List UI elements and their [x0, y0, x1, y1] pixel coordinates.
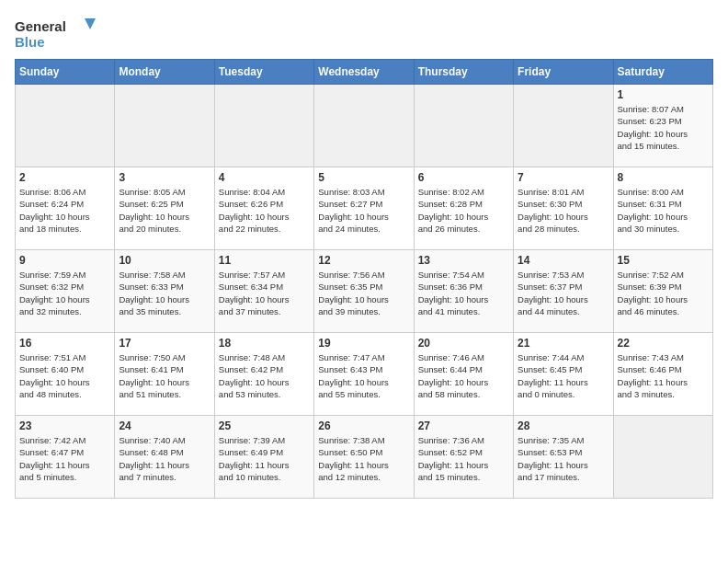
calendar-cell: 26Sunrise: 7:38 AM Sunset: 6:50 PM Dayli…: [314, 416, 414, 499]
day-header-thursday: Thursday: [414, 60, 513, 85]
calendar-cell: 12Sunrise: 7:56 AM Sunset: 6:35 PM Dayli…: [314, 250, 414, 333]
day-info: Sunrise: 7:36 AM Sunset: 6:52 PM Dayligh…: [418, 434, 509, 483]
day-number: 1: [618, 88, 709, 101]
day-header-saturday: Saturday: [613, 60, 712, 85]
day-info: Sunrise: 7:52 AM Sunset: 6:39 PM Dayligh…: [618, 269, 709, 317]
day-number: 14: [518, 254, 609, 267]
day-number: 15: [618, 254, 709, 267]
day-number: 7: [518, 171, 609, 184]
day-number: 24: [119, 419, 210, 432]
day-info: Sunrise: 7:59 AM Sunset: 6:32 PM Dayligh…: [19, 269, 110, 317]
logo: General Blue: [15, 15, 97, 52]
day-info: Sunrise: 7:54 AM Sunset: 6:36 PM Dayligh…: [418, 269, 509, 317]
day-info: Sunrise: 7:56 AM Sunset: 6:35 PM Dayligh…: [318, 269, 409, 317]
calendar-cell: 21Sunrise: 7:44 AM Sunset: 6:45 PM Dayli…: [514, 333, 613, 416]
day-info: Sunrise: 7:35 AM Sunset: 6:53 PM Dayligh…: [518, 434, 609, 483]
day-number: 18: [219, 337, 310, 350]
day-number: 9: [19, 254, 110, 267]
day-info: Sunrise: 7:50 AM Sunset: 6:41 PM Dayligh…: [119, 351, 210, 400]
calendar-week-row: 2Sunrise: 8:06 AM Sunset: 6:24 PM Daylig…: [16, 167, 713, 250]
day-info: Sunrise: 7:51 AM Sunset: 6:40 PM Dayligh…: [19, 351, 110, 400]
day-number: 13: [418, 254, 509, 267]
day-info: Sunrise: 7:43 AM Sunset: 6:46 PM Dayligh…: [618, 351, 709, 400]
calendar-cell: 27Sunrise: 7:36 AM Sunset: 6:52 PM Dayli…: [414, 416, 513, 499]
svg-marker-1: [85, 18, 96, 29]
calendar-week-row: 23Sunrise: 7:42 AM Sunset: 6:47 PM Dayli…: [16, 416, 713, 499]
day-number: 2: [19, 171, 110, 184]
day-info: Sunrise: 7:39 AM Sunset: 6:49 PM Dayligh…: [219, 434, 310, 483]
day-number: 22: [618, 337, 709, 350]
day-info: Sunrise: 8:01 AM Sunset: 6:30 PM Dayligh…: [518, 186, 609, 235]
day-info: Sunrise: 7:57 AM Sunset: 6:34 PM Dayligh…: [219, 269, 310, 317]
day-info: Sunrise: 7:44 AM Sunset: 6:45 PM Dayligh…: [518, 351, 609, 400]
day-header-sunday: Sunday: [16, 60, 115, 85]
day-header-friday: Friday: [514, 60, 613, 85]
day-number: 12: [318, 254, 409, 267]
calendar-cell: [414, 85, 513, 167]
day-info: Sunrise: 7:58 AM Sunset: 6:33 PM Dayligh…: [119, 269, 210, 317]
day-info: Sunrise: 8:00 AM Sunset: 6:31 PM Dayligh…: [618, 186, 709, 235]
calendar-cell: 7Sunrise: 8:01 AM Sunset: 6:30 PM Daylig…: [514, 167, 613, 250]
day-info: Sunrise: 7:53 AM Sunset: 6:37 PM Dayligh…: [518, 269, 609, 317]
calendar-cell: [514, 85, 613, 167]
calendar-table: SundayMondayTuesdayWednesdayThursdayFrid…: [15, 59, 713, 499]
calendar-cell: 17Sunrise: 7:50 AM Sunset: 6:41 PM Dayli…: [115, 333, 214, 416]
page-header: General Blue: [15, 15, 713, 52]
calendar-cell: 8Sunrise: 8:00 AM Sunset: 6:31 PM Daylig…: [613, 167, 712, 250]
day-info: Sunrise: 8:07 AM Sunset: 6:23 PM Dayligh…: [618, 103, 709, 152]
day-number: 23: [19, 419, 110, 432]
calendar-cell: 20Sunrise: 7:46 AM Sunset: 6:44 PM Dayli…: [414, 333, 513, 416]
day-header-tuesday: Tuesday: [214, 60, 313, 85]
day-info: Sunrise: 8:04 AM Sunset: 6:26 PM Dayligh…: [219, 186, 310, 235]
day-number: 28: [518, 419, 609, 432]
day-header-monday: Monday: [115, 60, 214, 85]
calendar-cell: 14Sunrise: 7:53 AM Sunset: 6:37 PM Dayli…: [514, 250, 613, 333]
calendar-cell: [16, 85, 115, 167]
day-header-wednesday: Wednesday: [314, 60, 414, 85]
day-number: 4: [219, 171, 310, 184]
day-number: 8: [618, 171, 709, 184]
calendar-cell: 11Sunrise: 7:57 AM Sunset: 6:34 PM Dayli…: [214, 250, 313, 333]
logo-svg: General Blue: [15, 15, 97, 52]
day-number: 21: [518, 337, 609, 350]
day-info: Sunrise: 8:03 AM Sunset: 6:27 PM Dayligh…: [318, 186, 409, 235]
day-number: 20: [418, 337, 509, 350]
calendar-cell: 22Sunrise: 7:43 AM Sunset: 6:46 PM Dayli…: [613, 333, 712, 416]
calendar-cell: 28Sunrise: 7:35 AM Sunset: 6:53 PM Dayli…: [514, 416, 613, 499]
calendar-cell: 10Sunrise: 7:58 AM Sunset: 6:33 PM Dayli…: [115, 250, 214, 333]
day-info: Sunrise: 7:48 AM Sunset: 6:42 PM Dayligh…: [219, 351, 310, 400]
day-number: 16: [19, 337, 110, 350]
calendar-cell: 24Sunrise: 7:40 AM Sunset: 6:48 PM Dayli…: [115, 416, 214, 499]
day-info: Sunrise: 7:46 AM Sunset: 6:44 PM Dayligh…: [418, 351, 509, 400]
calendar-cell: 5Sunrise: 8:03 AM Sunset: 6:27 PM Daylig…: [314, 167, 414, 250]
day-info: Sunrise: 8:06 AM Sunset: 6:24 PM Dayligh…: [19, 186, 110, 235]
calendar-cell: [214, 85, 313, 167]
calendar-cell: 15Sunrise: 7:52 AM Sunset: 6:39 PM Dayli…: [613, 250, 712, 333]
calendar-cell: 23Sunrise: 7:42 AM Sunset: 6:47 PM Dayli…: [16, 416, 115, 499]
day-info: Sunrise: 7:42 AM Sunset: 6:47 PM Dayligh…: [19, 434, 110, 483]
day-number: 3: [119, 171, 210, 184]
calendar-cell: 18Sunrise: 7:48 AM Sunset: 6:42 PM Dayli…: [214, 333, 313, 416]
calendar-cell: 1Sunrise: 8:07 AM Sunset: 6:23 PM Daylig…: [613, 85, 712, 167]
day-number: 27: [418, 419, 509, 432]
calendar-week-row: 1Sunrise: 8:07 AM Sunset: 6:23 PM Daylig…: [16, 85, 713, 167]
day-number: 6: [418, 171, 509, 184]
day-info: Sunrise: 7:38 AM Sunset: 6:50 PM Dayligh…: [318, 434, 409, 483]
calendar-cell: [115, 85, 214, 167]
calendar-week-row: 16Sunrise: 7:51 AM Sunset: 6:40 PM Dayli…: [16, 333, 713, 416]
calendar-cell: 6Sunrise: 8:02 AM Sunset: 6:28 PM Daylig…: [414, 167, 513, 250]
day-info: Sunrise: 8:05 AM Sunset: 6:25 PM Dayligh…: [119, 186, 210, 235]
calendar-cell: 3Sunrise: 8:05 AM Sunset: 6:25 PM Daylig…: [115, 167, 214, 250]
calendar-cell: 2Sunrise: 8:06 AM Sunset: 6:24 PM Daylig…: [16, 167, 115, 250]
day-number: 11: [219, 254, 310, 267]
calendar-cell: 19Sunrise: 7:47 AM Sunset: 6:43 PM Dayli…: [314, 333, 414, 416]
day-number: 19: [318, 337, 409, 350]
day-info: Sunrise: 7:40 AM Sunset: 6:48 PM Dayligh…: [119, 434, 210, 483]
calendar-week-row: 9Sunrise: 7:59 AM Sunset: 6:32 PM Daylig…: [16, 250, 713, 333]
day-number: 10: [119, 254, 210, 267]
svg-text:General: General: [15, 18, 66, 34]
day-number: 17: [119, 337, 210, 350]
calendar-header-row: SundayMondayTuesdayWednesdayThursdayFrid…: [16, 60, 713, 85]
day-info: Sunrise: 8:02 AM Sunset: 6:28 PM Dayligh…: [418, 186, 509, 235]
day-info: Sunrise: 7:47 AM Sunset: 6:43 PM Dayligh…: [318, 351, 409, 400]
